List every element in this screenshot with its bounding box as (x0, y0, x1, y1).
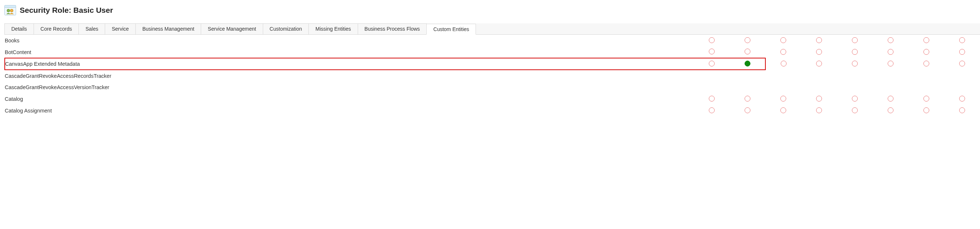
security-role-icon (5, 5, 16, 15)
privilege-none-icon[interactable] (959, 37, 965, 43)
privilege-none-icon[interactable] (780, 96, 786, 102)
privilege-none-icon[interactable] (780, 49, 786, 55)
privilege-cell (730, 93, 765, 105)
entity-name-cell: Books (5, 35, 694, 46)
tab-custom-entities[interactable]: Custom Entities (426, 24, 476, 35)
privilege-none-icon[interactable] (780, 37, 786, 43)
privilege-none-icon[interactable] (959, 96, 965, 102)
privilege-none-icon[interactable] (709, 96, 715, 102)
privilege-cell (765, 93, 801, 105)
entity-name-cell: Catalog (5, 93, 694, 105)
privilege-none-icon[interactable] (816, 107, 822, 113)
table-row: Catalog Assignment (5, 105, 980, 116)
privilege-none-icon[interactable] (888, 107, 894, 113)
privilege-cell (873, 105, 908, 116)
tab-details[interactable]: Details (5, 23, 34, 34)
privilege-none-icon[interactable] (709, 37, 715, 43)
privilege-none-icon[interactable] (959, 49, 965, 55)
entity-name-cell: BotContent (5, 46, 694, 58)
privilege-cell (765, 81, 801, 93)
privilege-none-icon[interactable] (852, 107, 858, 113)
privilege-cell (908, 81, 944, 93)
privilege-cell (944, 81, 980, 93)
privilege-cell (873, 81, 908, 93)
privilege-cell (801, 46, 837, 58)
entity-privilege-grid: BooksBotContentCanvasApp Extended Metada… (5, 35, 980, 116)
privilege-none-icon[interactable] (709, 49, 715, 54)
tab-service[interactable]: Service (105, 23, 136, 34)
privilege-cell (873, 35, 908, 46)
page-header: Security Role: Basic User (0, 0, 980, 23)
privilege-none-icon[interactable] (781, 60, 787, 67)
privilege-cell (908, 35, 944, 46)
privilege-cell (694, 46, 730, 58)
privilege-cell (694, 81, 730, 93)
table-row: CascadeGrantRevokeAccessRecordsTracker (5, 70, 980, 81)
privilege-cell (801, 105, 837, 116)
tab-business-process-flows[interactable]: Business Process Flows (358, 23, 427, 34)
tab-sales[interactable]: Sales (78, 23, 105, 34)
tab-business-management[interactable]: Business Management (135, 23, 201, 34)
privilege-cell (765, 70, 801, 81)
privilege-none-icon[interactable] (816, 49, 822, 55)
privilege-cell (908, 58, 944, 70)
privilege-none-icon[interactable] (852, 37, 858, 43)
privilege-cell (944, 58, 980, 70)
privilege-none-icon[interactable] (780, 107, 786, 113)
table-row: Books (5, 35, 980, 46)
tab-core-records[interactable]: Core Records (33, 23, 79, 34)
privilege-none-icon[interactable] (745, 37, 751, 43)
privilege-none-icon[interactable] (816, 37, 822, 43)
privilege-none-icon[interactable] (923, 107, 929, 113)
privilege-none-icon[interactable] (888, 37, 894, 43)
privilege-cell (765, 105, 801, 116)
privilege-cell (765, 58, 801, 70)
privilege-cell (694, 105, 730, 116)
privilege-cell (908, 93, 944, 105)
privilege-none-icon[interactable] (816, 96, 822, 102)
privilege-none-icon[interactable] (923, 37, 929, 43)
privilege-cell (694, 58, 730, 70)
privilege-cell (908, 46, 944, 58)
privilege-cell (801, 93, 837, 105)
privilege-cell (730, 105, 765, 116)
privilege-cell (801, 58, 837, 70)
entity-name-cell: CascadeGrantRevokeAccessVersionTracker (5, 81, 694, 93)
privilege-none-icon[interactable] (852, 96, 858, 102)
privilege-cell (730, 35, 765, 46)
privilege-cell (837, 70, 873, 81)
tab-customization[interactable]: Customization (263, 23, 309, 34)
privilege-full-icon[interactable] (745, 60, 751, 67)
privilege-cell (694, 93, 730, 105)
privilege-none-icon[interactable] (923, 49, 929, 55)
privilege-cell (694, 35, 730, 46)
privilege-cell (730, 58, 765, 70)
privilege-none-icon[interactable] (923, 60, 929, 67)
privilege-none-icon[interactable] (923, 96, 929, 102)
privilege-none-icon[interactable] (709, 107, 715, 113)
privilege-cell (837, 81, 873, 93)
privilege-none-icon[interactable] (888, 49, 894, 55)
privilege-none-icon[interactable] (959, 107, 965, 113)
privilege-none-icon[interactable] (745, 49, 751, 54)
privilege-cell (837, 58, 873, 70)
privilege-none-icon[interactable] (745, 107, 751, 113)
privilege-cell (765, 46, 801, 58)
privilege-none-icon[interactable] (852, 49, 858, 55)
privilege-cell (944, 105, 980, 116)
privilege-none-icon[interactable] (888, 96, 894, 102)
privilege-none-icon[interactable] (745, 96, 751, 102)
privilege-none-icon[interactable] (888, 60, 894, 67)
tab-missing-entities[interactable]: Missing Entities (309, 23, 358, 34)
privilege-none-icon[interactable] (709, 60, 715, 67)
entity-name-cell: Catalog Assignment (5, 105, 694, 116)
tab-strip: DetailsCore RecordsSalesServiceBusiness … (5, 23, 980, 35)
privilege-none-icon[interactable] (852, 60, 858, 67)
privilege-cell (944, 46, 980, 58)
table-row: BotContent (5, 46, 980, 58)
table-row: CanvasApp Extended Metadata (5, 58, 980, 70)
entity-name-cell: CascadeGrantRevokeAccessRecordsTracker (5, 70, 694, 81)
tab-service-management[interactable]: Service Management (201, 23, 263, 34)
privilege-none-icon[interactable] (959, 60, 965, 67)
privilege-none-icon[interactable] (816, 60, 822, 67)
